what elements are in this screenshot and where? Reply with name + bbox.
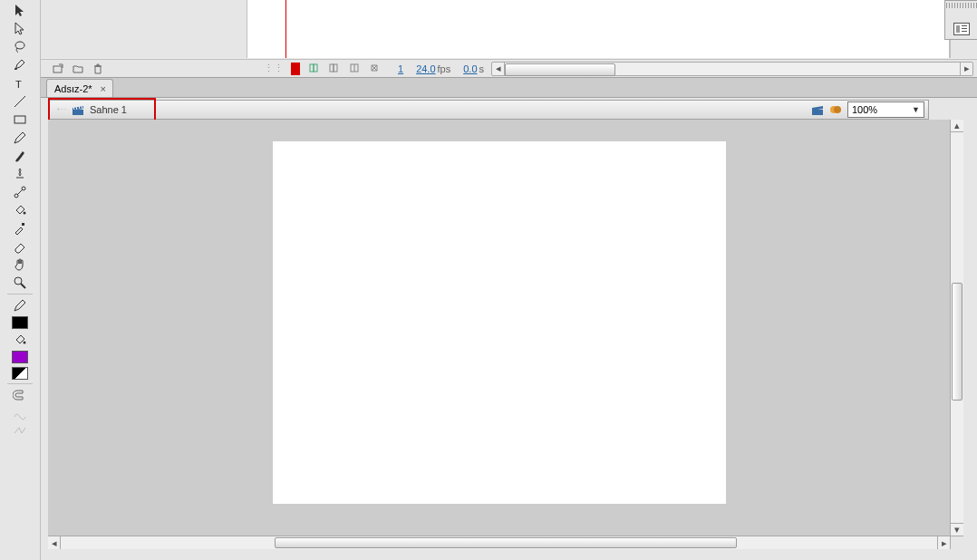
playhead-marker-icon[interactable]: [291, 63, 300, 75]
selection-tool[interactable]: [9, 2, 31, 20]
collapsed-panel-dock[interactable]: [944, 0, 977, 40]
lasso-tool[interactable]: [9, 38, 31, 56]
close-tab-icon[interactable]: ×: [98, 83, 109, 94]
timeline-status-bar: ⋮⋮ 1 24.0fps 0.0s ◂ ▸: [41, 60, 977, 78]
zoom-dropdown[interactable]: 100% ▼: [847, 101, 924, 118]
svg-rect-9: [22, 223, 24, 226]
stage-pasteboard[interactable]: [48, 120, 950, 536]
scroll-left-icon[interactable]: ◂: [492, 63, 505, 75]
scroll-right-icon[interactable]: ▸: [937, 536, 950, 549]
hand-tool[interactable]: [9, 256, 31, 274]
svg-rect-20: [73, 110, 83, 115]
scroll-corner: [950, 536, 963, 549]
svg-rect-4: [15, 116, 25, 123]
rectangle-tool[interactable]: [9, 111, 31, 129]
deco-tool[interactable]: [9, 165, 31, 183]
scroll-right-icon[interactable]: ▸: [960, 63, 972, 75]
pencil-tool[interactable]: [9, 129, 31, 147]
paint-bucket-tool[interactable]: [9, 201, 31, 219]
snap-to-objects-tool[interactable]: [9, 386, 31, 404]
pen-tool[interactable]: [9, 56, 31, 74]
edit-bar: ⬸ Sahne 1 100% ▼: [48, 100, 929, 120]
eyedropper-tool[interactable]: [9, 219, 31, 237]
svg-text:T: T: [15, 79, 22, 90]
svg-line-11: [21, 284, 25, 288]
scene-clapper-icon: [72, 103, 84, 116]
stroke-color-tool[interactable]: [9, 296, 31, 314]
tools-panel: T: [0, 0, 41, 560]
svg-point-23: [834, 106, 841, 113]
current-frame-value[interactable]: 1: [398, 63, 403, 74]
vertical-scroll-thumb[interactable]: [952, 283, 962, 401]
delete-layer-icon[interactable]: [92, 63, 104, 75]
straighten-option-tool[interactable]: [9, 422, 31, 440]
smooth-option-tool[interactable]: [9, 404, 31, 422]
new-layer-icon[interactable]: [52, 63, 64, 75]
zoom-tool[interactable]: [9, 274, 31, 292]
panel-grip-icon[interactable]: [946, 3, 977, 8]
svg-rect-16: [330, 64, 334, 72]
fps-value[interactable]: 24.0: [416, 63, 435, 74]
fps-label: fps: [438, 63, 451, 74]
playhead-line: [285, 0, 286, 58]
document-tab-bar: Adsız-2* ×: [41, 78, 977, 98]
timeline-ruler-grip-icon[interactable]: ⋮⋮: [264, 63, 284, 74]
eraser-tool[interactable]: [9, 237, 31, 256]
svg-rect-14: [310, 64, 314, 72]
document-tab[interactable]: Adsız-2* ×: [46, 79, 113, 97]
time-value[interactable]: 0.0: [463, 63, 477, 74]
svg-point-8: [24, 212, 26, 215]
timeline-horizontal-scrollbar[interactable]: ◂ ▸: [491, 62, 973, 76]
brush-tool[interactable]: [9, 147, 31, 165]
subselection-tool[interactable]: [9, 20, 31, 38]
scroll-down-icon[interactable]: ▾: [951, 523, 963, 536]
horizontal-scrollbar[interactable]: ◂ ▸: [48, 536, 950, 549]
timeline-layer-column[interactable]: [41, 0, 247, 58]
tool-divider: [7, 383, 33, 384]
fill-swatch[interactable]: [12, 351, 28, 363]
time-label: s: [479, 63, 485, 74]
svg-rect-15: [314, 64, 317, 72]
modify-markers-icon[interactable]: [369, 63, 382, 75]
timeline-frame-info: 1 24.0fps 0.0s: [398, 63, 484, 74]
line-tool[interactable]: [9, 92, 31, 111]
svg-point-1: [15, 68, 17, 70]
svg-line-7: [17, 189, 23, 195]
timeline-panel: [41, 0, 977, 60]
timeline-frames-area[interactable]: [247, 0, 950, 58]
text-tool[interactable]: T: [9, 74, 31, 92]
scene-name-label[interactable]: Sahne 1: [90, 104, 127, 115]
edit-scene-icon[interactable]: [811, 103, 824, 116]
onion-skin-icon[interactable]: [309, 63, 322, 75]
fill-color-tool[interactable]: [9, 331, 31, 349]
default-colors-swatch[interactable]: [12, 367, 28, 380]
svg-point-10: [15, 277, 22, 285]
bone-tool[interactable]: [9, 183, 31, 201]
document-tab-label: Adsız-2*: [54, 83, 92, 94]
svg-line-3: [15, 96, 25, 107]
svg-point-12: [24, 342, 26, 344]
tool-divider: [7, 294, 33, 294]
scroll-up-icon[interactable]: ▴: [951, 120, 963, 132]
svg-rect-13: [53, 66, 62, 72]
vertical-scrollbar[interactable]: ▴ ▾: [950, 120, 963, 536]
horizontal-scroll-thumb[interactable]: [275, 537, 737, 548]
back-arrow-icon[interactable]: ⬸: [56, 104, 66, 115]
properties-panel-icon[interactable]: [953, 23, 970, 35]
stage-canvas[interactable]: [273, 141, 726, 504]
edit-multiple-frames-icon[interactable]: [349, 63, 362, 75]
new-folder-icon[interactable]: [72, 63, 84, 75]
edit-symbol-icon[interactable]: [829, 103, 842, 116]
zoom-value: 100%: [852, 104, 877, 115]
stage-viewport: ▴ ▾ ◂ ▸: [48, 120, 963, 549]
onion-skin-outlines-icon[interactable]: [329, 63, 342, 75]
svg-rect-21: [812, 110, 823, 115]
stroke-swatch[interactable]: [12, 316, 28, 329]
scroll-left-icon[interactable]: ◂: [48, 536, 61, 549]
dropdown-caret-icon: ▼: [912, 105, 920, 114]
svg-rect-17: [334, 64, 337, 72]
